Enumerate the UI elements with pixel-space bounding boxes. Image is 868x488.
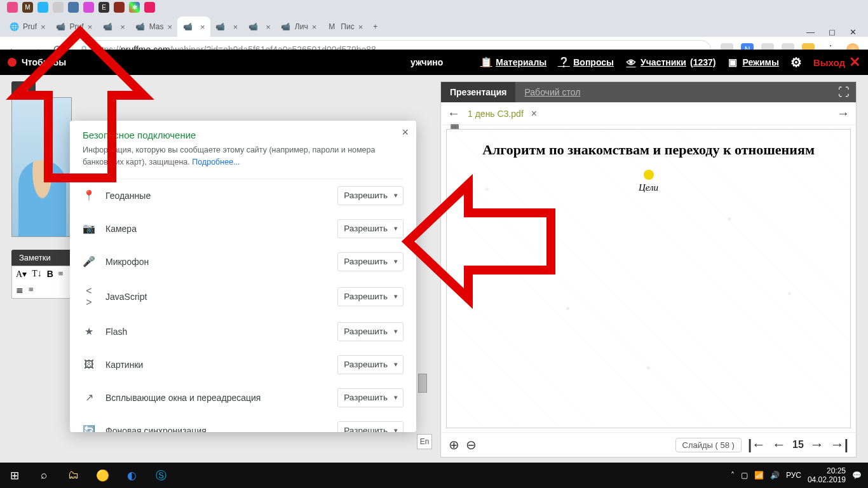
battery-icon[interactable]: ▢: [741, 471, 748, 480]
favicon[interactable]: E: [98, 2, 109, 13]
bold-button[interactable]: B: [47, 269, 53, 280]
permission-select[interactable]: Разрешить: [337, 421, 403, 433]
tab-favicon: 📹: [135, 22, 146, 32]
taskbar-clock[interactable]: 20:25 04.02.2019: [808, 466, 846, 485]
materials-link[interactable]: 📋Материалы: [480, 57, 546, 68]
permission-label: Всплывающие окна и переадресация: [105, 393, 327, 403]
skype-icon[interactable]: Ⓢ: [146, 463, 175, 488]
permission-select[interactable]: Разрешить: [337, 287, 403, 306]
scrollbar[interactable]: [418, 374, 427, 393]
start-button[interactable]: ⊞: [0, 463, 29, 488]
notifications-icon[interactable]: 💬: [852, 471, 862, 480]
permission-label: Flash: [105, 327, 327, 337]
tray-up-icon[interactable]: ˄: [731, 471, 735, 480]
font-style-button[interactable]: T↓: [32, 269, 42, 280]
browser-tab[interactable]: M Пис ×: [322, 17, 368, 37]
question-icon: ❔: [558, 57, 569, 68]
align-right-button[interactable]: ≡: [29, 285, 34, 295]
permission-label: Микрофон: [105, 257, 327, 267]
browser-tab[interactable]: 📹 ×: [243, 17, 276, 37]
last-slide-button[interactable]: →|: [831, 437, 848, 453]
notes-header[interactable]: Заметки: [11, 250, 72, 266]
permission-list: 📍 Геоданные Разрешить📷 Камера Разрешить🎤…: [83, 179, 403, 433]
tab-close-button[interactable]: ×: [266, 22, 271, 32]
exit-button[interactable]: Выход✕: [813, 54, 860, 71]
permission-select[interactable]: Разрешить: [337, 252, 403, 271]
permission-row: 🎤 Микрофон Разрешить: [83, 245, 403, 278]
favicon[interactable]: [114, 2, 125, 13]
chrome-icon[interactable]: 🟡: [88, 463, 117, 488]
align-center-button[interactable]: ≣: [16, 285, 24, 295]
tab-desktop[interactable]: Рабочий стол: [515, 82, 589, 102]
tab-presentation[interactable]: Презентация: [441, 82, 515, 102]
first-slide-button[interactable]: |←: [748, 437, 766, 453]
teamviewer-icon[interactable]: ◐: [117, 463, 146, 488]
materials-icon: 📋: [480, 57, 492, 68]
new-tab-button[interactable]: +: [368, 17, 383, 37]
favicon[interactable]: [37, 2, 48, 13]
tab-favicon: 📹: [102, 22, 112, 32]
permission-select[interactable]: Разрешить: [337, 388, 403, 407]
favicon[interactable]: [68, 2, 79, 13]
settings-icon[interactable]: ⚙: [790, 57, 802, 68]
permission-label: Камера: [105, 224, 327, 234]
favicon[interactable]: M: [22, 2, 33, 13]
next-file-button[interactable]: →: [837, 106, 850, 121]
volume-icon[interactable]: 🔊: [770, 471, 780, 480]
prev-slide-button[interactable]: ←: [772, 437, 786, 453]
favicon[interactable]: [53, 2, 64, 13]
align-left-button[interactable]: ≡: [58, 269, 64, 280]
favicon[interactable]: [7, 2, 18, 13]
close-file-button[interactable]: ×: [531, 108, 537, 119]
browser-tab[interactable]: 📹 ×: [177, 17, 210, 37]
favicon[interactable]: [144, 2, 155, 13]
permission-label: Фоновая синхронизация: [105, 426, 327, 433]
slide-counter: Слайды ( 58 ): [675, 438, 742, 452]
prev-file-button[interactable]: ←: [447, 106, 460, 121]
eye-icon: 👁: [625, 57, 637, 68]
questions-link[interactable]: ❔Вопросы: [558, 57, 614, 68]
tab-close-button[interactable]: ×: [120, 22, 125, 32]
file-explorer-icon[interactable]: 🗂: [58, 463, 88, 488]
close-window-button[interactable]: ✕: [850, 27, 857, 37]
favicon[interactable]: ✱: [129, 2, 140, 13]
browser-tab[interactable]: 📹 Лич ×: [276, 17, 322, 37]
tab-favicon: 📹: [56, 22, 66, 32]
tab-favicon: M: [327, 22, 337, 32]
tab-close-button[interactable]: ×: [312, 22, 317, 32]
tab-close-button[interactable]: ×: [41, 22, 46, 32]
browser-tab[interactable]: 📹 ×: [210, 17, 243, 37]
tab-close-button[interactable]: ×: [88, 22, 93, 32]
zoom-out-button[interactable]: ⊖: [466, 437, 477, 452]
modes-link[interactable]: ▣Режимы: [727, 57, 778, 68]
learn-more-link[interactable]: Подробнее...: [192, 158, 240, 166]
close-popover-button[interactable]: ×: [402, 126, 409, 139]
permission-row: 📷 Камера Разрешить: [83, 212, 403, 245]
favicon[interactable]: [83, 2, 94, 13]
tab-close-button[interactable]: ×: [200, 22, 205, 32]
wifi-icon[interactable]: 📶: [754, 471, 764, 480]
zoom-in-button[interactable]: ⊕: [449, 437, 459, 452]
search-button[interactable]: ⌕: [29, 463, 58, 488]
keyboard-lang[interactable]: РУС: [786, 471, 801, 480]
participants-link[interactable]: 👁Участники (1237): [625, 57, 715, 68]
notes-toolbar: A▾ T↓ B ≡ ≣ ≡: [11, 266, 72, 299]
permission-select[interactable]: Разрешить: [337, 219, 403, 238]
svg-marker-1: [408, 184, 551, 299]
bookmark-favicons: M E ✱: [0, 0, 868, 13]
maximize-button[interactable]: ◻: [829, 27, 836, 37]
permission-select[interactable]: Разрешить: [337, 186, 403, 205]
font-size-button[interactable]: A▾: [16, 269, 27, 280]
tab-favicon: 📹: [248, 22, 258, 32]
tab-close-button[interactable]: ×: [233, 22, 238, 32]
expand-icon[interactable]: ⛶: [832, 86, 856, 99]
slide-title: Алгоритм по знакомствам и переходу к отн…: [447, 130, 850, 159]
tab-close-button[interactable]: ×: [358, 22, 363, 32]
minimize-button[interactable]: —: [806, 27, 815, 37]
next-slide-button[interactable]: →: [810, 437, 824, 453]
svg-marker-0: [17, 32, 144, 178]
permission-select[interactable]: Разрешить: [337, 322, 403, 341]
tab-close-button[interactable]: ×: [167, 22, 172, 32]
close-icon: ✕: [849, 54, 860, 71]
permission-select[interactable]: Разрешить: [337, 355, 403, 374]
